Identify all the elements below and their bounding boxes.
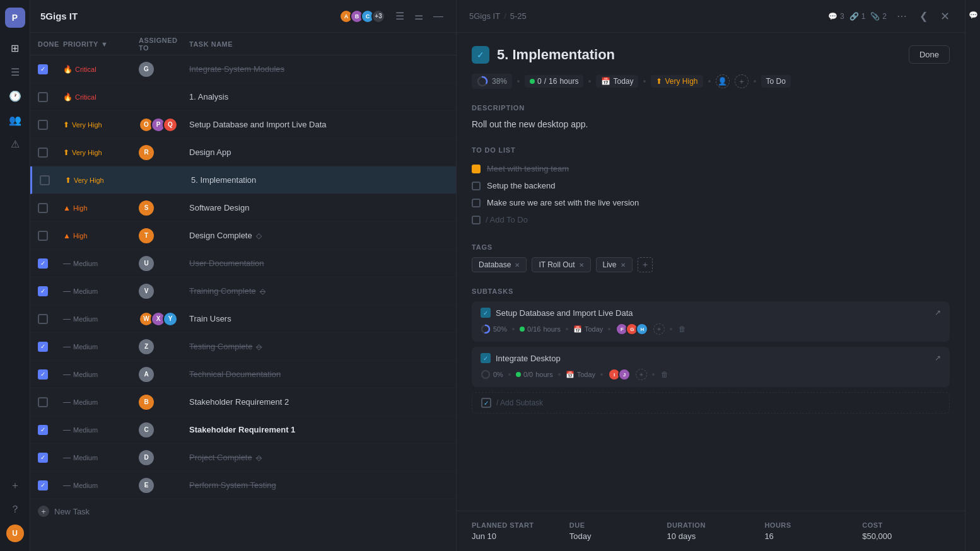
subtask-add-assignee-btn[interactable]: ＋ [653,323,665,335]
task-checkbox[interactable]: ✓ [38,453,48,463]
add-subtask-btn[interactable]: ✓ / Add Subtask [472,392,950,414]
sidebar-item-help[interactable]: ？ [5,499,25,519]
todo-checkbox[interactable] [472,165,481,173]
todo-item[interactable]: Setup the backend [472,177,950,194]
sidebar-item-clock[interactable]: 🕐 [5,86,25,106]
table-row[interactable]: ✓ — Medium C Stakeholder Requirement 1 [30,416,456,444]
todo-item[interactable]: Meet with testing team [472,160,950,177]
comments-count[interactable]: 💬 3 [828,12,844,21]
new-task-btn[interactable]: ＋ New Task [30,499,456,523]
priority-label: Very High [72,149,102,156]
task-checkbox[interactable] [38,92,48,102]
tag-chip[interactable]: Database ✕ [472,257,527,272]
attachments-count[interactable]: 📎 2 [870,12,887,21]
links-count[interactable]: 🔗 1 [849,12,866,21]
task-checkbox[interactable]: ✓ [38,342,48,352]
table-row[interactable]: ✓ — Medium E Perform System Testing [30,472,456,499]
todo-checkbox[interactable] [472,199,481,207]
task-checkbox[interactable] [38,148,48,158]
table-row[interactable]: ▲ High T Design Complete ◇ [30,222,456,250]
priority-icon: 🔥 [63,65,73,74]
subtask-delete-btn[interactable]: 🗑 [660,369,670,380]
priority-icon: ⬆ [65,176,71,185]
task-checkbox[interactable]: ✓ [38,64,48,74]
sidebar-item-add[interactable]: ＋ [5,475,25,496]
meta-sep [652,373,655,376]
progress-chip[interactable]: 38% [472,74,512,89]
detail-content: ✓ 5. Implementation Done 38% 0/16 hours [457,33,965,511]
breadcrumb-project[interactable]: 5Gigs IT [469,11,500,21]
task-checkbox[interactable]: ✓ [38,369,48,380]
table-row[interactable]: ✓ — Medium Z Testing Complete ◇ [30,333,456,361]
done-button[interactable]: Done [909,45,950,64]
status-chip[interactable]: To Do [761,75,791,88]
subtask-checkbox[interactable]: ✓ [481,353,491,363]
task-checkbox[interactable] [38,120,48,130]
tag-remove-icon[interactable]: ✕ [515,262,520,269]
subtask-external-link[interactable]: ↗ [935,308,941,317]
tag-chip[interactable]: IT Roll Out ✕ [532,257,590,272]
sidebar-item-alert[interactable]: ⚠ [5,134,25,154]
assignee-avatar: V [139,284,154,299]
task-checkbox[interactable] [40,175,50,185]
breadcrumb-sprint[interactable]: 5-25 [510,11,527,21]
tag-chip[interactable]: Live ✕ [596,257,633,272]
subtask-add-assignee-btn[interactable]: ＋ [636,369,647,380]
table-row[interactable]: ▲ High S Software Design [30,194,456,222]
sidebar-item-user[interactable]: U [5,523,25,543]
table-row[interactable]: ✓ — Medium V Training Complete ◇ [30,277,456,305]
tag-add-btn[interactable]: ＋ [638,257,653,272]
task-checkbox[interactable]: ✓ [38,480,48,490]
due-date-chip[interactable]: 📅 Today [596,75,638,88]
task-checkbox[interactable] [38,203,48,213]
sidebar-item-tasks[interactable]: ☰ [5,62,25,82]
task-name: Software Design [189,203,448,212]
task-checkbox[interactable]: ✓ [38,258,48,269]
task-name: Stakeholder Requirement 2 [189,397,448,407]
hours-chip[interactable]: 0/16 hours [525,75,583,88]
col-priority[interactable]: PRIORITY ▼ [63,40,139,48]
task-checkbox[interactable] [38,314,48,324]
subtask-item[interactable]: ✓ Integrate Desktop ↗ 0% 0/0 [472,347,950,387]
task-checkbox[interactable] [38,397,48,407]
table-row[interactable]: ✓ 🔥 Critical G Integrate System Modules [30,55,456,83]
table-row[interactable]: — Medium B Stakeholder Requirement 2 [30,388,456,416]
app-logo[interactable]: P [5,8,25,28]
table-row[interactable]: — Medium W X Y Train Users [30,305,456,333]
table-row[interactable]: ⬆ Very High O P Q Setup Database and Imp… [30,111,456,139]
task-checkbox[interactable]: ✓ [38,425,48,435]
table-row[interactable]: ✓ — Medium A Technical Documentation [30,361,456,388]
task-name: Technical Documentation [189,369,448,379]
todo-checkbox[interactable] [472,182,481,190]
tag-remove-icon[interactable]: ✕ [621,262,626,269]
subtask-delete-btn[interactable]: 🗑 [677,323,687,335]
assignee-add-btn[interactable]: 👤 [716,74,730,88]
detail-more-btn[interactable]: ⋯ [894,8,909,25]
priority-chip[interactable]: ⬆ Very High [651,75,703,88]
todo-add-btn[interactable]: / Add To Do [472,211,950,228]
subtask-item[interactable]: ✓ Setup Database and Import Live Data ↗ … [472,301,950,342]
sidebar-item-team[interactable]: 👥 [5,110,25,130]
sidebar-item-home[interactable]: ⊞ [5,38,25,58]
table-row[interactable]: ✓ — Medium U User Documentation [30,250,456,277]
assignee-plus-btn[interactable]: ＋ [735,74,749,88]
detail-collapse-btn[interactable]: ❮ [917,8,930,25]
subtask-checkbox[interactable]: ✓ [481,308,491,318]
subtask-external-link[interactable]: ↗ [935,354,941,362]
table-row[interactable]: ⬆ Very High R Design App [30,139,456,166]
todo-item[interactable]: Make sure we are set with the live versi… [472,194,950,211]
table-row[interactable]: ⬆ Very High 5. Implementation [30,166,456,194]
assignee-avatar: E [139,478,154,493]
cost-value: $50,000 [862,531,950,541]
task-checkbox[interactable]: ✓ [38,286,48,296]
table-row[interactable]: 🔥 Critical 1. Analysis [30,83,456,111]
subtask-hours: 0/0 hours [516,371,553,378]
list-more-btn[interactable]: — [431,8,446,25]
task-checkbox[interactable] [38,231,48,241]
detail-close-btn[interactable]: ✕ [938,7,952,26]
table-row[interactable]: ✓ — Medium D Project Complete ◇ [30,444,456,472]
list-view-toggle[interactable]: ☰ [393,8,407,25]
tag-remove-icon[interactable]: ✕ [579,262,584,269]
chat-toggle-icon[interactable]: 💬 [966,8,980,22]
list-filter-btn[interactable]: ⚌ [412,8,426,25]
